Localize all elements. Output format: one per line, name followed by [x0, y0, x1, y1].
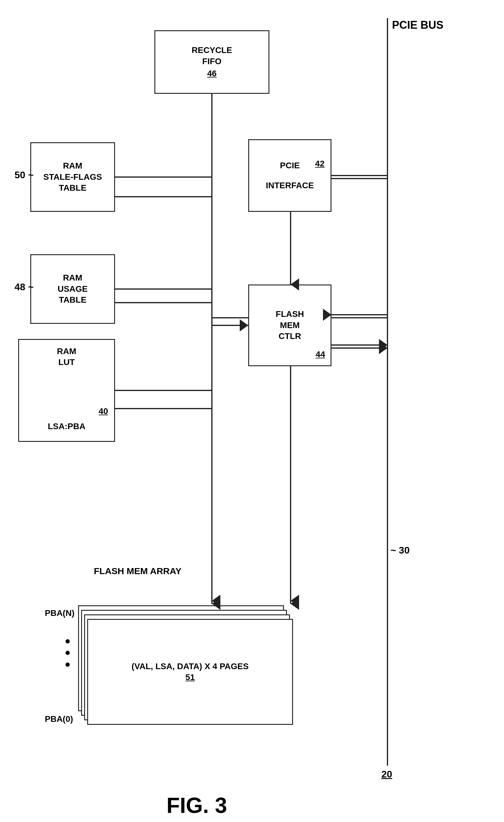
ram-lut-label: RAMLUT: [57, 347, 76, 367]
flash-mem-ctlr-box: FLASHMEMCTLR 44: [248, 285, 332, 366]
flash-mem-array-label: FLASH MEM ARRAY: [94, 566, 181, 576]
flash-pages-main-box: (VAL, LSA, DATA) X 4 PAGES 51: [87, 619, 293, 725]
recycle-fifo-number: 46: [207, 68, 216, 79]
ram-lut-box: RAMLUT 40 LSA:PBA: [18, 339, 115, 442]
pages-label: (VAL, LSA, DATA) X 4 PAGES: [132, 662, 249, 671]
flash-mem-ctlr-number: 44: [316, 349, 325, 360]
recycle-fifo-box: RECYCLEFIFO 46: [154, 30, 270, 94]
pcie-bus-label: PCIE BUS: [392, 18, 443, 32]
ram-usage-label: RAMUSAGETABLE: [57, 272, 88, 305]
fig-title: FIG. 3: [166, 793, 227, 818]
ram-stale-flags-number-label: 50 ~: [15, 169, 34, 181]
pcie-interface-label2: INTERFACE: [266, 180, 314, 191]
ram-usage-table-box: RAMUSAGETABLE: [30, 254, 115, 324]
flash-mem-ctlr-label: FLASHMEMCTLR: [276, 309, 304, 342]
ram-stale-flags-label: RAMSTALE-FLAGSTABLE: [43, 160, 102, 193]
diagram-container: PCIE BUS RECYCLEFIFO 46 PCIE 42 INTERFAC…: [0, 0, 504, 822]
ram-lut-sublabel: LSA:PBA: [48, 421, 85, 432]
ram-usage-number-label: 48 ~: [15, 282, 34, 293]
bus-number-30: ~ 30: [391, 545, 410, 556]
pcie-interface-label: PCIE: [280, 160, 300, 171]
pba-dots: •••: [65, 636, 70, 670]
ram-stale-flags-box: RAMSTALE-FLAGSTABLE: [30, 142, 115, 212]
pba-n-label: PBA(N): [45, 608, 74, 618]
recycle-fifo-label: RECYCLEFIFO: [191, 45, 232, 67]
pages-number: 51: [185, 672, 195, 683]
ram-lut-number: 40: [99, 406, 108, 417]
pba-0-label: PBA(0): [45, 714, 73, 724]
device-number-20: 20: [381, 769, 392, 780]
pcie-interface-number: 42: [315, 158, 325, 169]
pcie-interface-box: PCIE 42 INTERFACE: [248, 139, 332, 212]
